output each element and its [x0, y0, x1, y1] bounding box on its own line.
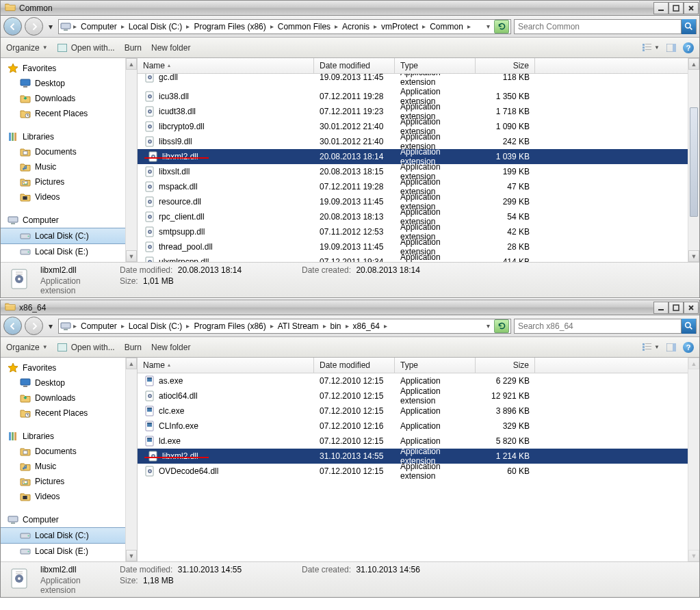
- scroll-up-icon[interactable]: ▲: [126, 358, 137, 369]
- chevron-right-icon[interactable]: ▸: [119, 322, 127, 330]
- search-box[interactable]: [514, 319, 697, 334]
- chevron-right-icon[interactable]: ▸: [343, 322, 351, 330]
- file-row[interactable]: OVDecode64.dll07.12.2010 12:15Applicatio…: [138, 464, 699, 479]
- chevron-right-icon[interactable]: ▸: [71, 23, 79, 30]
- sidebar-item-libraries[interactable]: Videos: [1, 189, 137, 204]
- column-header-blank[interactable]: [535, 58, 699, 73]
- chevron-right-icon[interactable]: ▸: [372, 23, 379, 30]
- titlebar[interactable]: Common: [1, 1, 699, 16]
- chevron-right-icon[interactable]: ▸: [184, 23, 192, 30]
- view-options-button[interactable]: ▼: [643, 44, 660, 52]
- chevron-right-icon[interactable]: ▸: [321, 322, 328, 330]
- help-button[interactable]: ?: [683, 42, 694, 53]
- search-input[interactable]: [515, 22, 681, 31]
- chevron-right-icon[interactable]: ▸: [465, 23, 473, 30]
- scroll-down-icon[interactable]: ▼: [126, 550, 137, 561]
- breadcrumb-segment[interactable]: bin: [328, 321, 343, 331]
- organize-button[interactable]: Organize▼: [6, 43, 48, 53]
- column-header-name[interactable]: Name▴: [138, 58, 314, 73]
- nav-forward-button[interactable]: [25, 317, 43, 335]
- burn-button[interactable]: Burn: [125, 43, 142, 53]
- sidebar-item-drive[interactable]: Local Disk (E:): [1, 244, 137, 259]
- breadcrumb-segment[interactable]: vmProtect: [379, 22, 420, 31]
- breadcrumb-segment[interactable]: x86_64: [351, 321, 382, 331]
- breadcrumb[interactable]: ▸Computer▸Local Disk (C:)▸Program Files …: [58, 319, 511, 334]
- sidebar-item-favorites[interactable]: Downloads: [1, 91, 137, 106]
- chevron-right-icon[interactable]: ▸: [382, 322, 389, 330]
- maximize-button[interactable]: [669, 2, 684, 14]
- openwith-button[interactable]: Open with...: [57, 343, 115, 352]
- chevron-right-icon[interactable]: ▸: [420, 23, 428, 30]
- chevron-down-icon[interactable]: ▾: [484, 322, 493, 330]
- column-header-size[interactable]: Size: [476, 358, 535, 373]
- sidebar-item-favorites[interactable]: Recent Places: [1, 406, 137, 421]
- sidebar-group-computer[interactable]: Computer: [1, 512, 137, 527]
- chevron-right-icon[interactable]: ▸: [268, 23, 276, 30]
- breadcrumb-segment[interactable]: Common Files: [276, 22, 333, 31]
- breadcrumb-segment[interactable]: Computer: [79, 22, 119, 31]
- organize-button[interactable]: Organize▼: [6, 343, 48, 352]
- preview-pane-button[interactable]: [666, 44, 676, 52]
- sidebar-item-libraries[interactable]: Music: [1, 459, 137, 474]
- maximize-button[interactable]: [669, 302, 684, 314]
- breadcrumb-segment[interactable]: Local Disk (C:): [127, 321, 185, 331]
- chevron-right-icon[interactable]: ▸: [119, 23, 127, 30]
- breadcrumb-segment[interactable]: Local Disk (C:): [127, 22, 185, 31]
- sidebar-item-favorites[interactable]: Recent Places: [1, 106, 137, 121]
- scroll-up-icon[interactable]: ▲: [688, 58, 699, 70]
- column-header-type[interactable]: Type: [395, 358, 476, 373]
- sidebar-item-libraries[interactable]: Documents: [1, 444, 137, 459]
- breadcrumb-root-icon[interactable]: [60, 21, 71, 32]
- sidebar-group-libraries[interactable]: Libraries: [1, 429, 137, 444]
- chevron-right-icon[interactable]: ▸: [184, 322, 192, 330]
- sidebar-item-libraries[interactable]: Pictures: [1, 474, 137, 489]
- sidebar-item-libraries[interactable]: Pictures: [1, 174, 137, 189]
- scroll-up-icon[interactable]: ▲: [126, 58, 137, 70]
- file-row[interactable]: CLInfo.exe07.12.2010 12:16Application329…: [138, 419, 699, 434]
- content-scrollbar[interactable]: ▲▼: [688, 358, 699, 561]
- sidebar-group-libraries[interactable]: Libraries: [1, 129, 137, 144]
- sidebar-item-favorites[interactable]: Downloads: [1, 390, 137, 406]
- breadcrumb-segment[interactable]: Program Files (x86): [192, 321, 268, 331]
- breadcrumb-segment[interactable]: Common: [428, 22, 465, 31]
- help-button[interactable]: ?: [683, 342, 694, 353]
- sidebar-item-drive[interactable]: Local Disk (C:): [1, 228, 137, 244]
- preview-pane-button[interactable]: [666, 343, 676, 352]
- breadcrumb-segment[interactable]: Computer: [79, 321, 119, 331]
- chevron-right-icon[interactable]: ▸: [71, 322, 79, 330]
- newfolder-button[interactable]: New folder: [151, 343, 190, 352]
- column-header-blank[interactable]: [535, 358, 699, 373]
- minimize-button[interactable]: [653, 302, 669, 314]
- column-header-date[interactable]: Date modified: [314, 58, 395, 73]
- openwith-button[interactable]: Open with...: [57, 43, 115, 53]
- sidebar-item-libraries[interactable]: Videos: [1, 489, 137, 504]
- sidebar-item-libraries[interactable]: Documents: [1, 144, 137, 159]
- sidebar-item-favorites[interactable]: Desktop: [1, 375, 137, 390]
- nav-history-dropdown[interactable]: ▾: [46, 321, 55, 331]
- sidebar-scrollbar[interactable]: ▲▼: [125, 358, 137, 561]
- search-input[interactable]: [515, 321, 681, 331]
- file-row[interactable]: clc.exe07.12.2010 12:15Application3 896 …: [138, 403, 699, 419]
- scrollbar-thumb[interactable]: [690, 107, 698, 217]
- file-row[interactable]: atiocl64.dll07.12.2010 12:15Application …: [138, 388, 699, 403]
- breadcrumb[interactable]: ▸Computer▸Local Disk (C:)▸Program Files …: [58, 19, 511, 34]
- column-header-date[interactable]: Date modified: [314, 358, 395, 373]
- column-header-type[interactable]: Type: [395, 58, 476, 73]
- breadcrumb-segment[interactable]: Program Files (x86): [192, 22, 268, 31]
- search-box[interactable]: [514, 19, 697, 34]
- sidebar-item-libraries[interactable]: Music: [1, 159, 137, 174]
- nav-back-button[interactable]: [3, 317, 22, 335]
- file-row[interactable]: ulxmlrpcpp.dll07.12.2011 19:34Applicatio…: [138, 254, 699, 262]
- sidebar-item-drive[interactable]: Local Disk (E:): [1, 544, 137, 559]
- sidebar-item-drive[interactable]: Local Disk (C:): [1, 527, 137, 544]
- column-header-size[interactable]: Size: [476, 58, 535, 73]
- sidebar-scrollbar[interactable]: ▲▼: [125, 58, 137, 262]
- chevron-down-icon[interactable]: ▾: [484, 23, 493, 30]
- refresh-button[interactable]: [494, 20, 509, 34]
- sidebar-group-favorites[interactable]: Favorites: [1, 61, 137, 76]
- sidebar-group-favorites[interactable]: Favorites: [1, 360, 137, 375]
- burn-button[interactable]: Burn: [125, 343, 142, 352]
- minimize-button[interactable]: [653, 2, 669, 14]
- chevron-right-icon[interactable]: ▸: [268, 322, 276, 330]
- refresh-button[interactable]: [494, 319, 509, 333]
